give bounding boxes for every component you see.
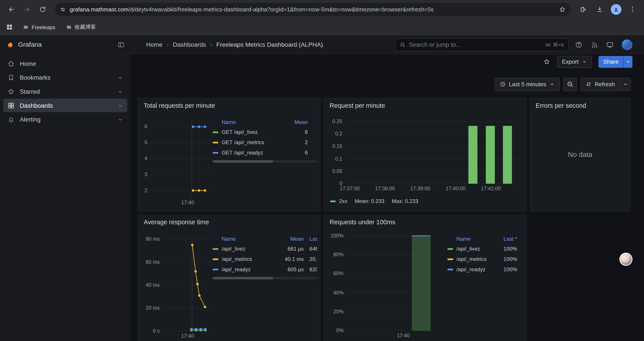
y-axis-label: 0.15: [332, 144, 342, 149]
x-axis-label: 17:40: [181, 333, 194, 338]
sidebar-item-home[interactable]: Home: [3, 57, 127, 70]
breadcrumb: Home › Dashboards › Freeleaps Metrics Da…: [130, 41, 395, 48]
y-axis-label: 2: [144, 188, 147, 193]
breadcrumb-home[interactable]: Home: [146, 41, 163, 48]
user-avatar[interactable]: [622, 39, 632, 50]
legend-table: Name Last * /api/_livez 100% /api/_metri…: [448, 234, 517, 274]
y-axis-label: 20 ms: [146, 306, 160, 311]
favorite-star-icon[interactable]: [543, 58, 550, 65]
share-button[interactable]: Share: [598, 56, 624, 68]
legend-item[interactable]: 2xx: [330, 198, 347, 204]
dashboard-toolbar: Export Share: [130, 54, 644, 69]
search-box[interactable]: ⌘+k: [395, 38, 568, 51]
chevron-down-icon[interactable]: [118, 75, 123, 80]
screen: grafana.mathmast.com/d/deytv4rwavabkb/fr…: [0, 0, 644, 341]
legend-col-name[interactable]: Name: [212, 119, 281, 125]
legend-col-mean[interactable]: Mean: [274, 236, 304, 242]
help-icon[interactable]: [575, 41, 582, 48]
breadcrumb-dashboards[interactable]: Dashboards: [173, 41, 206, 48]
sidebar-item-label: Home: [20, 60, 123, 67]
bookmark-label: Freeleaps: [32, 24, 55, 30]
legend-row[interactable]: /api/_livez 661 µs 646 µs: [212, 244, 317, 254]
share-split-button: Share: [598, 56, 632, 68]
forward-icon[interactable]: [20, 2, 34, 17]
chevron-down-icon[interactable]: [118, 89, 123, 94]
chevron-down-icon[interactable]: [118, 117, 123, 122]
panel-title[interactable]: Total requests per minute: [144, 102, 215, 109]
search-shortcut: ⌘+k: [545, 42, 564, 48]
export-button[interactable]: Export: [557, 56, 592, 68]
legend-col-mean[interactable]: Mean: [281, 119, 308, 125]
site-info-icon[interactable]: [60, 7, 66, 12]
legend-row[interactable]: /api/_livez 100%: [448, 244, 517, 254]
series-swatch: [448, 258, 453, 260]
chevron-down-icon[interactable]: [118, 103, 123, 108]
series-swatch: [212, 142, 218, 143]
bookmark-page-star-icon[interactable]: [558, 6, 566, 13]
x-axis-label: 17:41:00: [481, 186, 501, 191]
series-swatch: [212, 248, 218, 249]
bookmark-folder-blogs[interactable]: 收藏博客: [63, 22, 99, 33]
y-axis-label: 20%: [333, 309, 344, 314]
x-axis-label: 17:40: [397, 333, 410, 338]
breadcrumb-separator: ›: [166, 41, 168, 48]
grafana-logo[interactable]: [6, 41, 14, 48]
legend-row[interactable]: GET /api/_livez 6: [212, 127, 317, 137]
search-input[interactable]: [409, 41, 542, 48]
y-axis-label: 60%: [333, 271, 344, 276]
legend-row[interactable]: /api/_readyz 605 µs 620 µs: [212, 264, 317, 274]
refresh-icon: [586, 81, 592, 87]
time-range-label: Last 5 minutes: [509, 81, 546, 88]
profile-avatar[interactable]: [609, 2, 624, 17]
url-bar[interactable]: grafana.mathmast.com/d/deytv4rwavabkb/fr…: [55, 3, 571, 16]
panel-title[interactable]: Request per minute: [330, 102, 385, 109]
panel-total-requests: Total requests per minute Name Mean GET …: [138, 98, 320, 212]
sidebar-item-alerting[interactable]: Alerting: [3, 113, 127, 126]
extensions-icon[interactable]: [576, 2, 590, 17]
legend-scrollbar[interactable]: [212, 277, 317, 279]
legend-col-name[interactable]: Name: [448, 236, 494, 242]
chevron-down-icon: [582, 59, 587, 64]
legend-col-last[interactable]: Last *: [304, 236, 318, 242]
assistant-avatar[interactable]: [620, 253, 632, 266]
bookmark-icon: [8, 74, 15, 81]
dashboards-icon: [8, 102, 15, 109]
y-axis-label: 5: [144, 140, 147, 145]
reload-icon[interactable]: [35, 2, 50, 17]
share-menu-button[interactable]: [624, 56, 632, 68]
legend-scrollbar[interactable]: [212, 160, 317, 163]
y-axis-label: 100%: [330, 233, 344, 238]
panel-errors-per-second: Errors per second No data: [530, 98, 630, 212]
legend-row[interactable]: GET /api/_readyz 6: [212, 147, 317, 158]
zoom-out-button[interactable]: [563, 78, 577, 91]
legend-row[interactable]: /api/_metrics 100%: [448, 254, 517, 264]
panel-title[interactable]: Average response time: [144, 219, 209, 226]
legend-row[interactable]: /api/_metrics 40.1 ms 20.5 ms: [212, 254, 317, 264]
refresh-button[interactable]: Refresh: [581, 78, 620, 91]
time-controls: Last 5 minutes Refresh: [130, 77, 644, 91]
panel-title[interactable]: Requests under 100ms: [330, 219, 396, 226]
legend-row[interactable]: /api/_readyz 100%: [448, 264, 517, 274]
y-axis-label: 0.2: [335, 131, 342, 137]
sidebar-item-dashboards[interactable]: Dashboards: [3, 99, 127, 112]
legend-col-last[interactable]: Last *: [494, 236, 517, 242]
refresh-interval-button[interactable]: [620, 78, 630, 91]
folder-icon: [23, 24, 29, 30]
legend-col-name[interactable]: Name: [212, 236, 274, 242]
news-rss-icon[interactable]: [591, 41, 598, 48]
url-text: grafana.mathmast.com/d/deytv4rwavabkb/fr…: [70, 6, 558, 13]
downloads-icon[interactable]: [592, 2, 607, 17]
sidebar-item-bookmarks[interactable]: Bookmarks: [3, 71, 127, 84]
dock-sidebar-icon[interactable]: [118, 41, 125, 48]
browser-menu-icon[interactable]: [625, 2, 640, 17]
sidebar-item-label: Starred: [20, 88, 112, 95]
apps-grid-icon[interactable]: [6, 24, 13, 31]
sidebar-item-starred[interactable]: Starred: [3, 85, 127, 98]
x-axis-label: 17:40:00: [446, 186, 466, 191]
time-range-picker[interactable]: Last 5 minutes: [494, 78, 560, 91]
back-icon[interactable]: [4, 2, 19, 17]
bookmark-folder-freeleaps[interactable]: Freeleaps: [20, 22, 59, 32]
panel-title[interactable]: Errors per second: [536, 102, 586, 109]
legend-row[interactable]: GET /api/_metrics 2: [212, 137, 317, 147]
display-kiosk-icon[interactable]: [606, 41, 614, 48]
